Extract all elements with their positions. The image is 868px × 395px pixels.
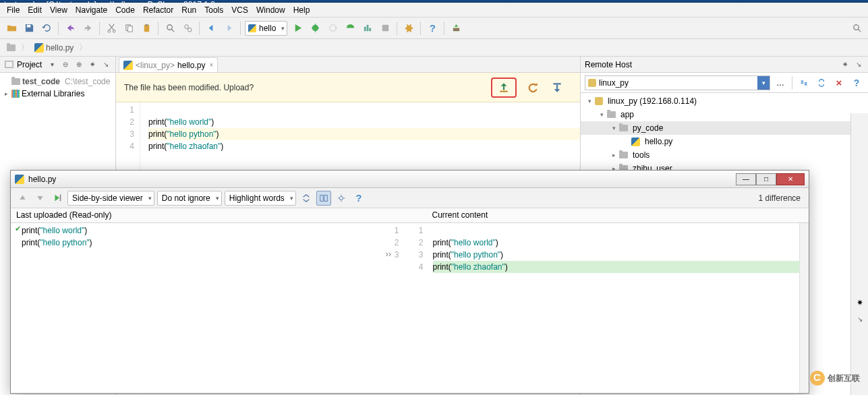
sync-scroll-button[interactable]	[316, 191, 331, 206]
remote-server-dropdown[interactable]: linux_py ▾	[585, 75, 770, 90]
breadcrumb-root[interactable]	[4, 43, 18, 53]
maximize-button[interactable]: □	[756, 173, 776, 185]
settings-button[interactable]	[401, 21, 416, 36]
close-tab-button[interactable]: ×	[209, 61, 213, 69]
forward-button[interactable]	[221, 21, 236, 36]
menu-help[interactable]: Help	[289, 4, 314, 16]
chevron-down-icon[interactable]: ▾	[757, 76, 770, 90]
browse-button[interactable]: …	[773, 75, 788, 90]
coverage-button[interactable]	[325, 21, 340, 36]
expand-arrow-icon[interactable]: ▸	[3, 90, 9, 97]
stop-button[interactable]	[378, 21, 393, 36]
replace-button[interactable]	[180, 21, 195, 36]
external-libraries-label: External Libraries	[22, 89, 84, 98]
view-mode-dropdown[interactable]: ▾	[47, 59, 57, 70]
menu-tools[interactable]: Tools	[200, 4, 227, 16]
revert-button[interactable]	[525, 80, 541, 96]
menu-navigate[interactable]: Navigate	[71, 4, 111, 16]
diff-scrollbar[interactable]	[799, 223, 809, 393]
settings-icon[interactable]: ✷	[840, 59, 850, 70]
menu-refactor[interactable]: Refactor	[139, 4, 177, 16]
diff-settings-button[interactable]	[334, 191, 349, 206]
diff-left-pane[interactable]: ✔ print("hello world")print("hello pytho…	[11, 223, 383, 393]
breadcrumb: 〉 hello.py 〉	[0, 39, 868, 57]
watermark-logo-icon	[810, 371, 825, 386]
viewer-mode-dropdown[interactable]: Side-by-side viewer	[67, 191, 154, 206]
menu-code[interactable]: Code	[111, 4, 139, 16]
editor-tab-prefix: <linux_py>	[136, 61, 175, 70]
run-button[interactable]	[290, 21, 305, 36]
remote-tree-label: tools	[633, 150, 649, 160]
svg-rect-4	[127, 26, 132, 32]
scroll-from-source-button[interactable]: ⊕	[74, 59, 84, 70]
concurrency-button[interactable]	[360, 21, 375, 36]
folder-grey-icon	[619, 125, 628, 131]
open-button[interactable]	[4, 21, 19, 36]
find-button[interactable]	[163, 21, 177, 36]
project-tree[interactable]: test_code C:\test_code ▸ External Librar…	[0, 73, 115, 102]
prev-diff-button[interactable]	[15, 191, 30, 206]
diff-dialog-titlebar[interactable]: hello.py — □ ✕	[11, 171, 809, 188]
remote-tree-row[interactable]: ▾app	[581, 108, 868, 121]
delete-button[interactable]: ×	[832, 75, 846, 90]
upload-button[interactable]	[491, 78, 517, 98]
hide-button[interactable]: ↘	[100, 59, 111, 70]
project-icon	[4, 59, 14, 69]
menu-file[interactable]: File	[3, 4, 24, 16]
close-button[interactable]: ✕	[776, 173, 805, 185]
menu-view[interactable]: View	[46, 4, 71, 16]
sync-button[interactable]	[814, 75, 829, 90]
collapse-unchanged-button[interactable]	[299, 191, 314, 206]
ignore-mode-dropdown[interactable]: Do not ignore	[157, 191, 222, 206]
paste-button[interactable]	[139, 21, 154, 36]
copy-button[interactable]	[121, 21, 136, 36]
svg-rect-20	[553, 83, 560, 84]
redo-button[interactable]	[80, 21, 95, 36]
debug-button[interactable]	[308, 21, 322, 36]
run-config-dropdown[interactable]: hello	[245, 21, 287, 36]
collapse-button[interactable]: ⊖	[60, 59, 71, 70]
profile-button[interactable]	[343, 21, 357, 36]
refresh-button[interactable]	[39, 21, 54, 36]
svg-point-24	[339, 196, 343, 200]
py-icon	[631, 138, 640, 146]
diff-left-code: print("hello world")print("hello python"…	[11, 223, 383, 393]
tree-root-path: C:\test_code	[65, 77, 110, 86]
merge-button[interactable]	[549, 80, 565, 96]
jump-to-source-button[interactable]	[50, 191, 65, 206]
tree-root[interactable]: test_code C:\test_code	[0, 75, 115, 88]
menu-edit[interactable]: Edit	[24, 4, 46, 16]
hide-button[interactable]: ↘	[857, 315, 863, 323]
remote-tree-row[interactable]: ▾linux_py (192.168.0.114)	[581, 94, 868, 108]
remote-tree-row[interactable]: ▸tools	[581, 148, 868, 162]
diff-button[interactable]	[797, 75, 811, 90]
deployment-button[interactable]	[449, 21, 463, 36]
help-button[interactable]: ?	[849, 75, 864, 90]
minimize-button[interactable]: —	[736, 173, 756, 185]
next-diff-button[interactable]	[32, 191, 47, 206]
insert-marker-icon[interactable]: ››	[386, 249, 392, 259]
help-button[interactable]: ?	[425, 21, 440, 36]
editor-tab[interactable]: <linux_py> hello.py ×	[119, 57, 218, 72]
chevron-right-icon: 〉	[21, 42, 29, 53]
undo-button[interactable]	[63, 21, 78, 36]
svg-rect-14	[369, 28, 371, 32]
hide-button[interactable]: ↘	[853, 59, 864, 70]
remote-tree-row[interactable]: ▾py_code	[581, 121, 868, 135]
highlight-mode-dropdown[interactable]: Highlight words	[225, 191, 296, 206]
remote-tree-row[interactable]: hello.py	[581, 135, 868, 148]
cut-button[interactable]	[104, 21, 119, 36]
menu-vcs[interactable]: VCS	[227, 4, 252, 16]
gear-icon[interactable]: ✷	[852, 295, 867, 310]
readonly-check-icon: ✔	[15, 224, 21, 233]
menu-window[interactable]: Window	[252, 4, 289, 16]
search-everywhere-button[interactable]	[849, 21, 864, 36]
help-button[interactable]: ?	[351, 191, 366, 206]
settings-icon[interactable]: ✷	[87, 59, 98, 70]
breadcrumb-file[interactable]: hello.py	[32, 42, 76, 54]
save-button[interactable]	[22, 21, 36, 36]
back-button[interactable]	[204, 21, 219, 36]
external-libraries[interactable]: ▸ External Libraries	[0, 88, 115, 100]
diff-right-pane[interactable]: print("hello world")print("hello python"…	[428, 223, 800, 393]
menu-run[interactable]: Run	[177, 4, 200, 16]
